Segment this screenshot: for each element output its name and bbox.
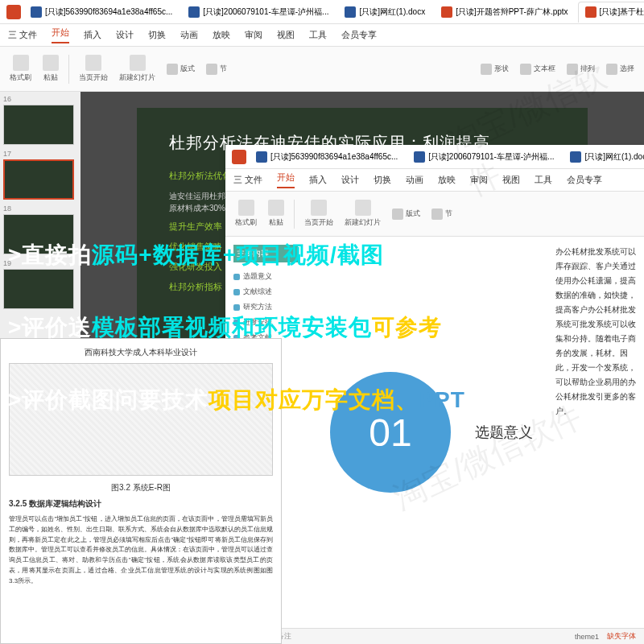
tool-label: 新建幻灯片 (345, 217, 381, 228)
tab-label: [只读]网红(1).docx (584, 151, 644, 163)
doc-tab[interactable]: [只读]网红(1).docx (564, 147, 644, 167)
titlebar-2: [只读]563990f83694a1e38a4ff65c... [只读]2006… (225, 145, 644, 169)
thumb-number: 18 (3, 204, 77, 213)
tool-format-painter[interactable]: 格式刷 (232, 200, 260, 228)
tool-layout[interactable]: 版式 (389, 207, 423, 221)
menubar-2: 三 文件 开始 插入 设计 切换 动画 放映 审阅 视图 工具 会员专享 (225, 169, 644, 192)
tool-label: 排列 (580, 64, 595, 74)
menu-file[interactable]: 三 文件 (233, 174, 262, 186)
menu-animation[interactable]: 动画 (180, 29, 198, 41)
doc-tab-active[interactable]: [只读]基于杜邦分析法的企业...× (578, 2, 644, 23)
statusbar-2: 单击此处添加备注 theme1 缺失字体 (225, 628, 644, 644)
toolbar-1: 格式刷 粘贴 当页开始 新建幻灯片 版式 节 形状 文本框 排列 选择 (0, 47, 644, 92)
slide-main[interactable]: 01 选题意义 办公耗材批发系统可以库存跟踪、客户关通过使用办公耗遗漏，提高数据… (306, 237, 644, 628)
slide-thumb-16[interactable]: 16 (3, 95, 77, 145)
tool-label: 形状 (494, 64, 509, 74)
thumb-number: 17 (3, 150, 77, 158)
tool-shape[interactable]: 形状 (477, 62, 512, 76)
play-icon (85, 55, 101, 71)
doc-tab[interactable]: [只读]563990f83694a1e38a4ff65c... (24, 2, 179, 23)
overlay-seg: 源码+数据库+项目视频/截图 (92, 242, 383, 267)
menu-member[interactable]: 会员专享 (341, 29, 377, 41)
slide-thumb-17[interactable]: 17 (3, 150, 77, 200)
overlay-seg: 模板部署视频和环境安装包 (92, 315, 372, 340)
tab-label: [只读]563990f83694a1e38a4ff65c... (45, 6, 172, 18)
menu-review[interactable]: 审阅 (245, 29, 262, 41)
menu-review[interactable]: 审阅 (470, 174, 488, 186)
menu-design[interactable]: 设计 (116, 29, 134, 41)
circle-label[interactable]: 选题意义 (475, 423, 533, 442)
doc-tab[interactable]: [只读]563990f83694a1e38a4ff65c... (250, 147, 404, 167)
thumb-preview (3, 105, 74, 145)
tab-label: [只读]基于杜邦分析法的企业... (600, 6, 644, 18)
menu-tools[interactable]: 工具 (309, 29, 327, 41)
menu-transition[interactable]: 切换 (148, 29, 166, 41)
paste-icon (268, 200, 284, 216)
tool-select[interactable]: 选择 (603, 62, 638, 76)
tool-new-slide[interactable]: 新建幻灯片 (116, 55, 159, 83)
tool-section[interactable]: 节 (203, 62, 230, 76)
overlay-seg: (无水印） (384, 242, 485, 267)
menu-tools[interactable]: 工具 (535, 174, 552, 186)
ppt-icon (585, 6, 597, 18)
tool-section[interactable]: 节 (428, 207, 456, 221)
menu-animation[interactable]: 动画 (406, 174, 423, 186)
tool-arrange[interactable]: 排列 (564, 62, 598, 76)
layout-icon (167, 64, 178, 75)
menu-design[interactable]: 设计 (341, 174, 359, 186)
menu-insert[interactable]: 插入 (309, 174, 327, 186)
tool-new-slide[interactable]: 新建幻灯片 (341, 200, 384, 228)
menu-slideshow[interactable]: 放映 (438, 174, 456, 186)
menu-view[interactable]: 视图 (277, 29, 295, 41)
tool-textbox[interactable]: 文本框 (517, 62, 559, 76)
paste-icon (43, 55, 59, 71)
tool-paste[interactable]: 粘贴 (39, 55, 62, 83)
theme-label: theme1 (575, 633, 599, 641)
format-painter-icon (13, 55, 29, 71)
tool-format-painter[interactable]: 格式刷 (6, 55, 35, 83)
section-heading: 3.2.5 数据库逻辑结构设计 (9, 498, 273, 510)
menu-member[interactable]: 会员专享 (567, 174, 602, 186)
tool-from-current[interactable]: 当页开始 (301, 200, 336, 228)
menu-transition[interactable]: 切换 (374, 174, 391, 186)
doc-tab[interactable]: [只读]网红(1).docx (338, 2, 431, 23)
figure-caption: 图3.2 系统E-R图 (9, 482, 273, 493)
overlay-line-1: >直接拍源码+数据库+项目视频/截图(无水印） (0, 233, 644, 277)
menu-slideshow[interactable]: 放映 (213, 29, 230, 41)
separator (294, 200, 295, 229)
overlay-seg: 项目对应万字文档、 (208, 387, 419, 412)
menubar-1: 三 文件 开始 插入 设计 切换 动画 放映 审阅 视图 工具 会员专享 (0, 24, 644, 47)
tool-paste[interactable]: 粘贴 (265, 200, 287, 228)
tool-from-current[interactable]: 当页开始 (76, 55, 111, 83)
menu-home[interactable]: 开始 (52, 27, 69, 43)
tool-layout[interactable]: 版式 (163, 62, 198, 76)
menu-home[interactable]: 开始 (277, 171, 295, 188)
section-icon (206, 64, 217, 75)
doc-tab[interactable]: [只读]2006079101-车星谭-泸州福... (182, 2, 335, 23)
new-slide-icon (355, 200, 371, 216)
tool-label: 当页开始 (304, 217, 333, 228)
sidebar-item[interactable]: 文献综述 (233, 284, 298, 299)
titlebar-1: [只读]563990f83694a1e38a4ff65c... [只读]2006… (0, 0, 644, 24)
overlay-seg: >直接拍 (8, 242, 92, 267)
menu-file[interactable]: 三 文件 (8, 29, 37, 41)
thumb-preview (3, 159, 74, 200)
tool-label: 节 (445, 208, 452, 219)
word-icon (188, 6, 200, 18)
menu-insert[interactable]: 插入 (84, 29, 101, 41)
word-icon (345, 6, 356, 18)
tool-label: 当页开始 (79, 72, 108, 83)
word-icon (414, 151, 425, 163)
word-icon (31, 6, 42, 18)
doc-tab[interactable]: [只读]开题答辩PPT-薛广林.pptx (435, 2, 574, 23)
select-icon (606, 64, 617, 75)
ppt-icon (441, 6, 452, 18)
doc-paragraph: 管理员可以点击"增加员工"按钮，进入增加员工信息的页面，在该页面中，管理员需填写… (9, 514, 273, 587)
toolbar-2: 格式刷 粘贴 当页开始 新建幻灯片 版式 节 (225, 192, 644, 237)
overlay-line-3: >评价截图问要技术项目对应万字文档、PPT (0, 378, 644, 422)
word-icon (256, 151, 267, 163)
menu-view[interactable]: 视图 (502, 174, 520, 186)
missing-font-warning[interactable]: 缺失字体 (607, 631, 636, 642)
doc-tab[interactable]: [只读]2006079101-车星谭-泸州福... (407, 147, 560, 167)
tab-label: [只读]2006079101-车星谭-泸州福... (428, 151, 554, 163)
